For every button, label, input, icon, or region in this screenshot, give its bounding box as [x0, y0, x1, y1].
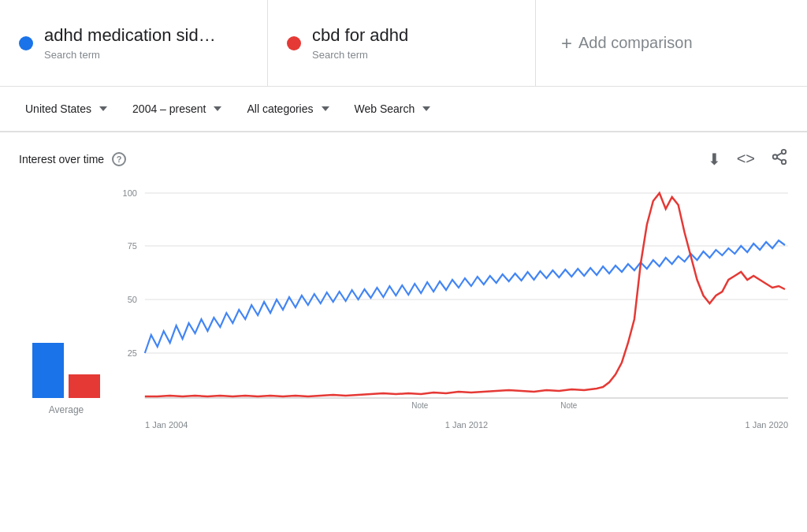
average-section: Average	[19, 185, 113, 437]
add-comparison-label: Add comparison	[578, 34, 693, 52]
search-term-text-1: adhd medication sid… Search term	[44, 25, 216, 61]
search-term-sublabel-1: Search term	[44, 49, 216, 61]
time-filter-dropdown[interactable]: 2004 – present	[123, 96, 231, 121]
search-filter-label: Web Search	[355, 102, 415, 115]
svg-text:Note: Note	[411, 401, 428, 410]
svg-text:Note: Note	[560, 401, 577, 410]
x-label-2004: 1 Jan 2004	[145, 420, 208, 430]
plus-icon: +	[561, 32, 572, 54]
share-icon[interactable]	[771, 148, 788, 169]
x-label-2020: 1 Jan 2020	[725, 420, 788, 430]
embed-icon[interactable]: <>	[737, 150, 755, 168]
chart-header: Interest over time ? ⬇ <>	[19, 148, 788, 169]
svg-line-4	[777, 153, 782, 156]
svg-text:100: 100	[123, 188, 137, 198]
search-term-sublabel-2: Search term	[312, 49, 408, 61]
chart-svg: 100 75 50 25 Note Note	[113, 185, 788, 414]
category-filter-label: All categories	[247, 102, 313, 115]
search-term-item-2[interactable]: cbd for adhd Search term	[268, 0, 536, 86]
chart-section: Interest over time ? ⬇ <> Average	[0, 132, 807, 445]
time-chevron-icon	[214, 106, 221, 111]
chart-actions: ⬇ <>	[708, 148, 788, 169]
search-chevron-icon	[422, 106, 430, 111]
chart-title-label: Interest over time	[19, 153, 104, 166]
svg-text:75: 75	[128, 241, 137, 251]
search-term-label-1: adhd medication sid…	[44, 25, 216, 46]
search-term-item-1[interactable]: adhd medication sid… Search term	[0, 0, 268, 86]
svg-line-3	[777, 158, 782, 161]
main-chart: 100 75 50 25 Note Note 1 Jan 2004 1 Jan …	[113, 185, 788, 437]
geo-filter-label: United States	[25, 102, 91, 115]
avg-bar-blue	[32, 343, 64, 398]
chart-wrapper: Average 100 75 50 25 Note	[19, 185, 788, 437]
search-term-label-2: cbd for adhd	[312, 25, 408, 46]
search-term-text-2: cbd for adhd Search term	[312, 25, 408, 61]
filter-bar: United States 2004 – present All categor…	[0, 87, 807, 132]
category-filter-dropdown[interactable]: All categories	[237, 96, 338, 121]
dot-blue-1	[19, 36, 33, 50]
search-filter-dropdown[interactable]: Web Search	[345, 96, 441, 121]
help-icon[interactable]: ?	[112, 152, 126, 166]
add-comparison-button[interactable]: + Add comparison	[536, 0, 807, 86]
download-icon[interactable]: ⬇	[708, 150, 721, 169]
search-terms-bar: adhd medication sid… Search term cbd for…	[0, 0, 807, 87]
blue-line	[145, 240, 785, 353]
x-axis-labels: 1 Jan 2004 1 Jan 2012 1 Jan 2020	[113, 417, 788, 430]
avg-label: Average	[49, 404, 84, 415]
geo-chevron-icon	[99, 106, 107, 111]
avg-bars	[32, 335, 100, 398]
chart-title-area: Interest over time ?	[19, 152, 126, 166]
time-filter-label: 2004 – present	[132, 102, 206, 115]
svg-text:50: 50	[128, 295, 137, 304]
avg-bar-red	[69, 374, 100, 398]
geo-filter-dropdown[interactable]: United States	[16, 96, 117, 121]
x-label-2012: 1 Jan 2012	[208, 420, 725, 430]
red-line	[145, 193, 785, 396]
svg-text:25: 25	[128, 348, 137, 358]
dot-red-2	[287, 36, 301, 50]
category-chevron-icon	[322, 106, 329, 111]
